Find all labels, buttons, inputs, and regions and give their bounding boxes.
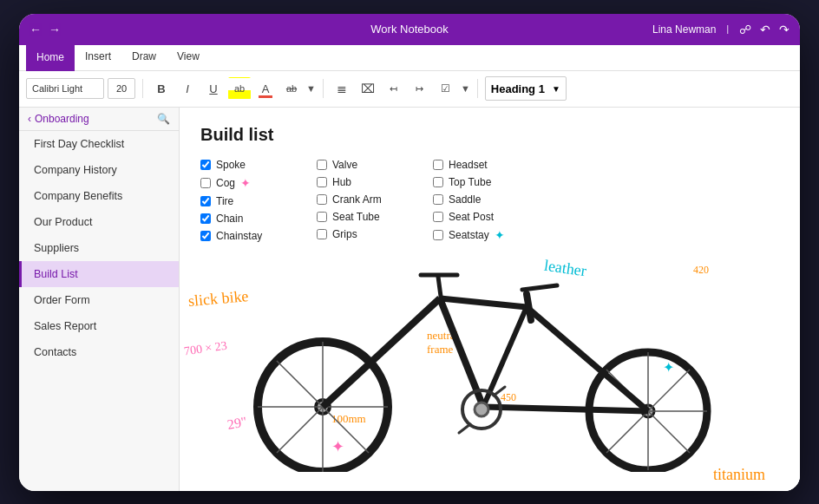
checkbox-grips[interactable]: [317, 229, 327, 239]
checkbox-spoke[interactable]: [200, 160, 211, 170]
checkbox-seatstay[interactable]: [433, 230, 443, 240]
star-right-icon: ✦: [663, 359, 674, 376]
checkbox-button[interactable]: ☑: [435, 77, 457, 100]
italic-button[interactable]: I: [176, 77, 199, 100]
list-item: Chain: [200, 213, 296, 225]
style-label: Heading 1: [491, 82, 545, 95]
svg-line-24: [459, 424, 470, 433]
list-item: Spoke: [200, 159, 296, 171]
bold-button[interactable]: B: [150, 77, 173, 100]
checkbox-saddle[interactable]: [433, 194, 443, 205]
sidebar-item-suppliers[interactable]: Suppliers: [19, 235, 179, 261]
checkbox-toptube[interactable]: [433, 177, 443, 187]
sidebar-item-first-day[interactable]: First Day Checklist: [19, 131, 179, 157]
checkbox-crankarm[interactable]: [317, 194, 327, 205]
style-dropdown-arrow: ▼: [552, 84, 560, 94]
list-item: Top Tube: [433, 176, 528, 188]
separator: |: [726, 24, 729, 34]
sidebar-item-company-benefits[interactable]: Company Benefits: [19, 183, 179, 209]
style-dropdown[interactable]: Heading 1 ▼: [485, 76, 567, 101]
sidebar: ‹ Onboarding 🔍 First Day Checklist Compa…: [19, 108, 180, 491]
device-frame: ← → Work Notebook Lina Newman | ☍ ↶ ↷ Ho…: [19, 14, 800, 491]
list-item: Tire: [200, 195, 296, 207]
checkbox-hub[interactable]: [317, 177, 327, 187]
search-icon[interactable]: ☍: [739, 23, 751, 36]
increase-indent-button[interactable]: ↦: [409, 77, 431, 100]
checkbox-seattube[interactable]: [317, 212, 327, 222]
sidebar-item-sales-report[interactable]: Sales Report: [19, 313, 179, 339]
bike-background: slick bike 700 × 23 29" neutralframe lea…: [180, 246, 800, 491]
checkbox-chainstay[interactable]: [200, 231, 211, 241]
redo-icon[interactable]: ↷: [779, 23, 790, 36]
back-arrow[interactable]: ←: [29, 23, 42, 36]
list-item: Seat Post: [433, 211, 528, 223]
search-sidebar-icon[interactable]: 🔍: [157, 113, 170, 125]
svg-line-25: [494, 387, 505, 396]
svg-point-23: [475, 403, 488, 416]
bullet-list-button[interactable]: ≣: [331, 77, 353, 100]
page-content: Build list Spoke Cog ✦: [180, 108, 800, 491]
strikethrough-button[interactable]: ab: [280, 77, 303, 100]
sidebar-item-our-product[interactable]: Our Product: [19, 209, 179, 235]
star-29-icon: ✦: [331, 437, 344, 456]
svg-line-18: [527, 294, 531, 320]
sidebar-item-order-form[interactable]: Order Form: [19, 287, 179, 313]
checkbox-headset[interactable]: [433, 160, 443, 170]
list-item: Hub: [317, 176, 412, 188]
checkbox-cog[interactable]: [200, 178, 211, 188]
underline-button[interactable]: U: [202, 77, 225, 100]
format-dropdown-arrow[interactable]: ▼: [306, 83, 316, 94]
decrease-indent-button[interactable]: ↤: [383, 77, 405, 100]
list-item: Valve: [317, 159, 412, 171]
list-item: Chainstay: [200, 230, 296, 242]
tab-draw[interactable]: Draw: [121, 44, 167, 70]
ribbon-toolbar: B I U ab A ab ▼ ≣ ⌧ ↤ ↦ ☑ ▼ Heading 1 ▼: [19, 71, 800, 108]
tab-insert[interactable]: Insert: [75, 44, 121, 70]
checkbox-seatpost[interactable]: [433, 212, 443, 222]
tab-view[interactable]: View: [167, 44, 210, 70]
nav-arrows: ← →: [29, 23, 61, 36]
list-item: Seatstay ✦: [433, 228, 528, 242]
font-color-button[interactable]: A: [254, 77, 277, 100]
checkbox-tire[interactable]: [200, 196, 211, 206]
list-item: Headset: [433, 159, 528, 171]
checkbox-chain[interactable]: [200, 213, 211, 224]
tab-home[interactable]: Home: [26, 45, 75, 71]
page-title: Build list: [200, 125, 779, 145]
svg-line-14: [440, 298, 527, 307]
divider-3: [477, 79, 478, 98]
forward-arrow[interactable]: →: [49, 23, 61, 36]
star-seatstay: ✦: [495, 228, 505, 242]
sidebar-item-build-list[interactable]: Build List: [19, 261, 179, 287]
list-dropdown-arrow[interactable]: ▼: [461, 83, 470, 94]
title-bar-right: Lina Newman | ☍ ↶ ↷: [652, 23, 790, 36]
sidebar-item-company-history[interactable]: Company History: [19, 157, 179, 183]
app-window: ← → Work Notebook Lina Newman | ☍ ↶ ↷ Ho…: [19, 14, 800, 491]
checkbox-valve[interactable]: [317, 160, 327, 170]
back-arrow-icon: ‹: [28, 113, 31, 125]
app-title: Work Notebook: [370, 23, 448, 36]
highlight-button[interactable]: ab: [228, 77, 251, 100]
title-bar: ← → Work Notebook Lina Newman | ☍ ↶ ↷: [19, 14, 800, 45]
user-name: Lina Newman: [652, 23, 716, 36]
divider-2: [323, 79, 324, 98]
list-item: Crank Arm: [317, 193, 412, 206]
divider-1: [142, 79, 143, 98]
sidebar-back[interactable]: ‹ Onboarding 🔍: [19, 108, 179, 131]
font-family-selector[interactable]: [26, 78, 104, 99]
svg-line-19: [522, 285, 557, 290]
onboarding-label: Onboarding: [35, 113, 89, 125]
title-bar-icons: ☍ ↶ ↷: [739, 23, 790, 36]
main-content: ‹ Onboarding 🔍 First Day Checklist Compa…: [19, 108, 800, 491]
font-size-input[interactable]: [108, 78, 135, 99]
numbered-list-button[interactable]: ⌧: [357, 77, 379, 100]
list-item: Grips: [317, 228, 412, 240]
page-inner: Build list Spoke Cog ✦: [180, 108, 800, 491]
list-item: Cog ✦: [200, 176, 296, 190]
sidebar-item-contacts[interactable]: Contacts: [19, 339, 179, 365]
svg-line-15: [483, 407, 648, 411]
list-item: Seat Tube: [317, 211, 412, 223]
star-icon: ✦: [240, 176, 251, 190]
undo-icon[interactable]: ↶: [760, 23, 770, 36]
bike-illustration-area: slick bike 700 × 23 29" neutralframe lea…: [180, 246, 800, 491]
